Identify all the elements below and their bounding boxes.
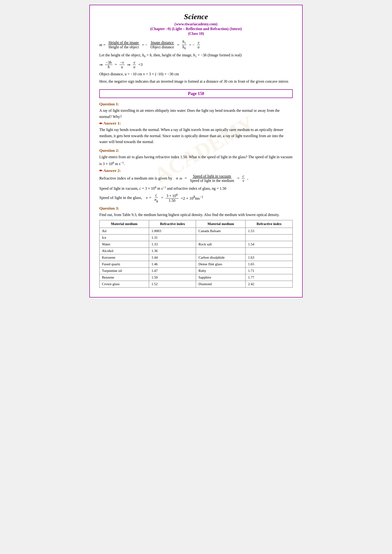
h0-label: h0 [182,45,187,50]
main-formula: m = Height of the image Height of the ob… [99,40,293,50]
a2-intro-text: Refractive index of a medium nm is given… [99,176,172,181]
ri-1-cell: 1.44 [149,254,196,261]
ri-2-cell: 1.53 [245,228,293,235]
material-2-cell: Rock salt [196,241,245,248]
pencil-icon-1: ✏ [99,121,102,126]
table-row: Alcohol 1.36 [99,248,293,254]
negv-num: −v [119,60,125,65]
table-row: Fused quartz 1.46 Dense flint glass 1.65 [99,261,293,268]
ri-1-cell: 1.52 [149,281,196,288]
q3-text: Find out, from Table 9.3, the medium hav… [99,212,293,218]
num-den: 1.50 [168,199,176,203]
ri-2-cell: 2.42 [245,281,293,288]
page-title: Science [99,12,293,21]
material-2-cell: Diamond [196,281,245,288]
ng-den: ng [154,198,159,203]
u-den2: u [133,65,136,69]
table-row: Air 1.0003 Canada Balsam 1.53 [99,228,293,235]
table-row: Turpentine oil 1.47 Ruby 1.71 [99,268,293,274]
eq5: =3 [138,62,143,67]
ri-1-cell: 1.36 [149,248,196,254]
negv-u-fraction: −v u [119,60,125,69]
q1-text: A ray of light travelling in air enters … [99,108,293,120]
image-distance-label: Image distance [150,41,174,45]
height-object-label: Height of the object [108,45,140,49]
table-row: Water 1.33 Rock salt 1.54 [99,241,293,248]
number-fraction: 3 × 108 1.50 [166,193,178,202]
a1-label-text: Answer 1: [103,121,121,126]
c-num: c [155,193,158,198]
h-fraction: h1 h0 [182,40,187,50]
h1-label: h1 [182,40,187,45]
col4-header: Refractive index [245,220,293,228]
second-formula: ⇒ −3h h = −v u ⇒ v u =3 [99,60,293,69]
a1-text: The light ray bends towards the normal. … [99,127,293,145]
result: =2 × 108ms−1 [181,195,203,201]
pencil-icon-2: ✏ [99,168,102,173]
negv-den: u [120,65,124,69]
eq2: = [177,43,179,47]
speed-med-label: Speed of light in the medium [189,179,235,183]
m-equals: m = [99,43,105,47]
refractive-index-table: Material medium Refractive index Materia… [99,220,293,288]
implies: ⇒ [99,62,103,67]
material-2-cell: Canada Balsam [196,228,245,235]
v-num2: v [133,60,136,65]
ri-2-cell: 1.77 [245,274,293,281]
material-1-cell: Kerosene [99,254,149,261]
q2-label: Question 2: [99,148,293,153]
eq4: = [115,62,117,67]
class-label: (Class 10) [99,32,293,36]
a2-label-text: Answer 2: [103,168,121,173]
height-fraction: Height of the image Height of the object [108,41,140,49]
a2-text2: Speed of light in vacuum, c = 3 × 108 m … [99,185,293,192]
a1-label: ✏ Answer 1: [99,121,293,126]
material-2-cell: Sapphire [196,274,245,281]
ri-2-cell [245,235,293,241]
object-distance-label: Object distance [150,45,175,49]
ri-2-cell [245,248,293,254]
col3-header: Material medium [196,220,245,228]
ri-1-cell: 1.31 [149,235,196,241]
ri-1-cell: 1.50 [149,274,196,281]
body-text-2: Object distance, u = −10 cm v = 3 × (−10… [99,71,293,77]
speed-vac-label: Speed of light in vacuum [192,174,232,179]
c-v-fraction: c v [242,174,245,183]
table-row: Benzene 1.50 Sapphire 1.77 [99,274,293,281]
speed-fraction: Speed of light in vacuum Speed of light … [189,174,235,183]
v-label: v [197,41,200,45]
website-subtitle: (www.tiwariacademy.com) [99,22,293,26]
material-1-cell: Crown glass [99,281,149,288]
chapter-title: (Chapter –9) (Light – Reflection and Ref… [99,27,293,31]
ri-1-cell: 1.46 [149,261,196,268]
material-1-cell: Ice [99,235,149,241]
ri-1-cell: 1.47 [149,268,196,274]
material-1-cell: Water [99,241,149,248]
page-number: Page 150 [188,91,204,96]
ri-2-cell: 1.71 [245,268,293,274]
material-2-cell [196,248,245,254]
ri-2-cell: 1.65 [245,261,293,268]
page-banner: Page 150 [99,89,293,98]
v-u-fraction2: v u [133,60,136,69]
refraction-formula: Refractive index of a medium nm is given… [99,174,293,183]
q2-text: Light enters from air to glass having re… [99,154,293,167]
ri-1-cell: 1.0003 [149,228,196,235]
neg3h-num: −3h [105,60,112,65]
neg3h-den: h [107,65,111,69]
material-1-cell: Air [99,228,149,235]
c-ng-fraction: c ng [154,193,159,203]
table-row: Crown glass 1.52 Diamond 2.42 [99,281,293,288]
main-page: ACADEMY Science (www.tiwariacademy.com) … [89,5,303,298]
material-2-cell: Ruby [196,268,245,274]
eq3: = − [189,43,194,47]
q1-label: Question 1: [99,102,293,107]
a2-label: ✏ Answer 2: [99,168,293,173]
neg3h-fraction: −3h h [105,60,112,69]
material-2-cell: Dense flint glass [196,261,245,268]
q3-label: Question 3: [99,206,293,211]
table-row: Ice 1.31 [99,235,293,241]
material-1-cell: Fused quartz [99,261,149,268]
implies2: ⇒ [127,62,130,67]
v-label2: v [242,179,245,183]
